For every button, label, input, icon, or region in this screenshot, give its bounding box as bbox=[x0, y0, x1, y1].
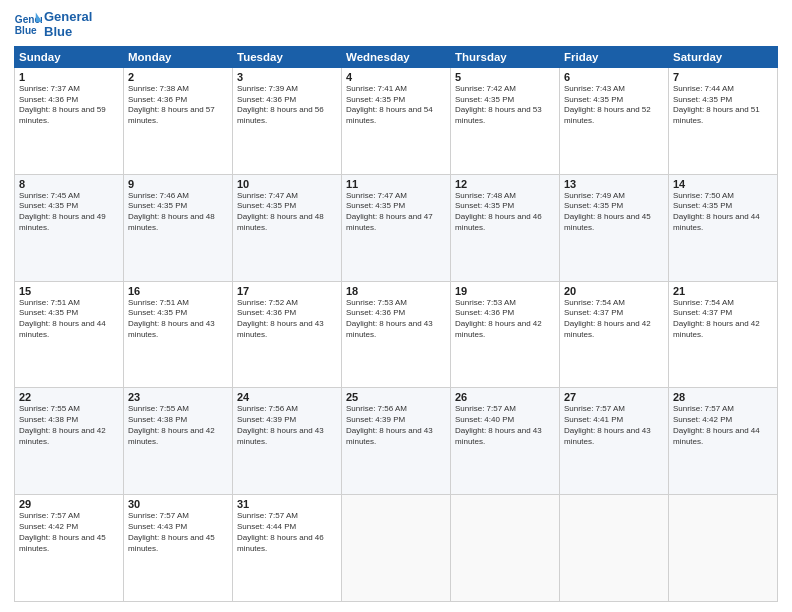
day-number: 31 bbox=[237, 498, 337, 510]
day-number: 10 bbox=[237, 178, 337, 190]
day-number: 20 bbox=[564, 285, 664, 297]
calendar-cell: 12 Sunrise: 7:48 AMSunset: 4:35 PMDaylig… bbox=[451, 174, 560, 281]
weekday-header-tuesday: Tuesday bbox=[233, 46, 342, 67]
day-number: 21 bbox=[673, 285, 773, 297]
day-number: 2 bbox=[128, 71, 228, 83]
calendar-cell: 6 Sunrise: 7:43 AMSunset: 4:35 PMDayligh… bbox=[560, 67, 669, 174]
calendar-cell: 27 Sunrise: 7:57 AMSunset: 4:41 PMDaylig… bbox=[560, 388, 669, 495]
calendar-table: SundayMondayTuesdayWednesdayThursdayFrid… bbox=[14, 46, 778, 602]
day-number: 16 bbox=[128, 285, 228, 297]
cell-content: Sunrise: 7:43 AMSunset: 4:35 PMDaylight:… bbox=[564, 84, 664, 127]
day-number: 8 bbox=[19, 178, 119, 190]
calendar-cell: 2 Sunrise: 7:38 AMSunset: 4:36 PMDayligh… bbox=[124, 67, 233, 174]
day-number: 22 bbox=[19, 391, 119, 403]
cell-content: Sunrise: 7:41 AMSunset: 4:35 PMDaylight:… bbox=[346, 84, 446, 127]
svg-text:Blue: Blue bbox=[15, 24, 37, 35]
cell-content: Sunrise: 7:37 AMSunset: 4:36 PMDaylight:… bbox=[19, 84, 119, 127]
weekday-header-sunday: Sunday bbox=[15, 46, 124, 67]
calendar-cell: 30 Sunrise: 7:57 AMSunset: 4:43 PMDaylig… bbox=[124, 495, 233, 602]
page: General Blue General Blue SundayMondayTu… bbox=[0, 0, 792, 612]
cell-content: Sunrise: 7:55 AMSunset: 4:38 PMDaylight:… bbox=[19, 404, 119, 447]
logo-icon: General Blue bbox=[14, 11, 42, 39]
cell-content: Sunrise: 7:57 AMSunset: 4:41 PMDaylight:… bbox=[564, 404, 664, 447]
week-row-2: 8 Sunrise: 7:45 AMSunset: 4:35 PMDayligh… bbox=[15, 174, 778, 281]
cell-content: Sunrise: 7:57 AMSunset: 4:44 PMDaylight:… bbox=[237, 511, 337, 554]
cell-content: Sunrise: 7:45 AMSunset: 4:35 PMDaylight:… bbox=[19, 191, 119, 234]
day-number: 24 bbox=[237, 391, 337, 403]
calendar-cell: 23 Sunrise: 7:55 AMSunset: 4:38 PMDaylig… bbox=[124, 388, 233, 495]
calendar-cell: 17 Sunrise: 7:52 AMSunset: 4:36 PMDaylig… bbox=[233, 281, 342, 388]
cell-content: Sunrise: 7:54 AMSunset: 4:37 PMDaylight:… bbox=[564, 298, 664, 341]
calendar-cell: 19 Sunrise: 7:53 AMSunset: 4:36 PMDaylig… bbox=[451, 281, 560, 388]
calendar-cell: 29 Sunrise: 7:57 AMSunset: 4:42 PMDaylig… bbox=[15, 495, 124, 602]
calendar-cell bbox=[451, 495, 560, 602]
calendar-cell: 9 Sunrise: 7:46 AMSunset: 4:35 PMDayligh… bbox=[124, 174, 233, 281]
calendar-cell: 1 Sunrise: 7:37 AMSunset: 4:36 PMDayligh… bbox=[15, 67, 124, 174]
calendar-cell: 4 Sunrise: 7:41 AMSunset: 4:35 PMDayligh… bbox=[342, 67, 451, 174]
cell-content: Sunrise: 7:51 AMSunset: 4:35 PMDaylight:… bbox=[19, 298, 119, 341]
cell-content: Sunrise: 7:56 AMSunset: 4:39 PMDaylight:… bbox=[237, 404, 337, 447]
cell-content: Sunrise: 7:57 AMSunset: 4:40 PMDaylight:… bbox=[455, 404, 555, 447]
header: General Blue General Blue bbox=[14, 10, 778, 40]
cell-content: Sunrise: 7:57 AMSunset: 4:43 PMDaylight:… bbox=[128, 511, 228, 554]
calendar-cell: 24 Sunrise: 7:56 AMSunset: 4:39 PMDaylig… bbox=[233, 388, 342, 495]
day-number: 27 bbox=[564, 391, 664, 403]
day-number: 23 bbox=[128, 391, 228, 403]
calendar-cell: 21 Sunrise: 7:54 AMSunset: 4:37 PMDaylig… bbox=[669, 281, 778, 388]
calendar-cell: 31 Sunrise: 7:57 AMSunset: 4:44 PMDaylig… bbox=[233, 495, 342, 602]
weekday-header-wednesday: Wednesday bbox=[342, 46, 451, 67]
day-number: 6 bbox=[564, 71, 664, 83]
calendar-cell: 7 Sunrise: 7:44 AMSunset: 4:35 PMDayligh… bbox=[669, 67, 778, 174]
day-number: 15 bbox=[19, 285, 119, 297]
cell-content: Sunrise: 7:38 AMSunset: 4:36 PMDaylight:… bbox=[128, 84, 228, 127]
day-number: 11 bbox=[346, 178, 446, 190]
cell-content: Sunrise: 7:48 AMSunset: 4:35 PMDaylight:… bbox=[455, 191, 555, 234]
cell-content: Sunrise: 7:47 AMSunset: 4:35 PMDaylight:… bbox=[346, 191, 446, 234]
day-number: 7 bbox=[673, 71, 773, 83]
cell-content: Sunrise: 7:57 AMSunset: 4:42 PMDaylight:… bbox=[19, 511, 119, 554]
cell-content: Sunrise: 7:47 AMSunset: 4:35 PMDaylight:… bbox=[237, 191, 337, 234]
week-row-3: 15 Sunrise: 7:51 AMSunset: 4:35 PMDaylig… bbox=[15, 281, 778, 388]
day-number: 18 bbox=[346, 285, 446, 297]
cell-content: Sunrise: 7:46 AMSunset: 4:35 PMDaylight:… bbox=[128, 191, 228, 234]
calendar-cell: 8 Sunrise: 7:45 AMSunset: 4:35 PMDayligh… bbox=[15, 174, 124, 281]
day-number: 19 bbox=[455, 285, 555, 297]
day-number: 1 bbox=[19, 71, 119, 83]
calendar-cell: 20 Sunrise: 7:54 AMSunset: 4:37 PMDaylig… bbox=[560, 281, 669, 388]
day-number: 17 bbox=[237, 285, 337, 297]
week-row-1: 1 Sunrise: 7:37 AMSunset: 4:36 PMDayligh… bbox=[15, 67, 778, 174]
logo: General Blue General Blue bbox=[14, 10, 92, 40]
calendar-cell: 10 Sunrise: 7:47 AMSunset: 4:35 PMDaylig… bbox=[233, 174, 342, 281]
cell-content: Sunrise: 7:53 AMSunset: 4:36 PMDaylight:… bbox=[346, 298, 446, 341]
calendar-cell: 13 Sunrise: 7:49 AMSunset: 4:35 PMDaylig… bbox=[560, 174, 669, 281]
day-number: 30 bbox=[128, 498, 228, 510]
calendar-cell: 25 Sunrise: 7:56 AMSunset: 4:39 PMDaylig… bbox=[342, 388, 451, 495]
cell-content: Sunrise: 7:51 AMSunset: 4:35 PMDaylight:… bbox=[128, 298, 228, 341]
day-number: 25 bbox=[346, 391, 446, 403]
day-number: 9 bbox=[128, 178, 228, 190]
cell-content: Sunrise: 7:44 AMSunset: 4:35 PMDaylight:… bbox=[673, 84, 773, 127]
cell-content: Sunrise: 7:57 AMSunset: 4:42 PMDaylight:… bbox=[673, 404, 773, 447]
cell-content: Sunrise: 7:42 AMSunset: 4:35 PMDaylight:… bbox=[455, 84, 555, 127]
weekday-header-row: SundayMondayTuesdayWednesdayThursdayFrid… bbox=[15, 46, 778, 67]
calendar-cell: 5 Sunrise: 7:42 AMSunset: 4:35 PMDayligh… bbox=[451, 67, 560, 174]
calendar-cell: 3 Sunrise: 7:39 AMSunset: 4:36 PMDayligh… bbox=[233, 67, 342, 174]
weekday-header-saturday: Saturday bbox=[669, 46, 778, 67]
cell-content: Sunrise: 7:53 AMSunset: 4:36 PMDaylight:… bbox=[455, 298, 555, 341]
calendar-cell: 14 Sunrise: 7:50 AMSunset: 4:35 PMDaylig… bbox=[669, 174, 778, 281]
calendar-cell: 16 Sunrise: 7:51 AMSunset: 4:35 PMDaylig… bbox=[124, 281, 233, 388]
week-row-5: 29 Sunrise: 7:57 AMSunset: 4:42 PMDaylig… bbox=[15, 495, 778, 602]
calendar-cell: 26 Sunrise: 7:57 AMSunset: 4:40 PMDaylig… bbox=[451, 388, 560, 495]
day-number: 14 bbox=[673, 178, 773, 190]
calendar-cell: 15 Sunrise: 7:51 AMSunset: 4:35 PMDaylig… bbox=[15, 281, 124, 388]
calendar-cell bbox=[342, 495, 451, 602]
day-number: 5 bbox=[455, 71, 555, 83]
day-number: 13 bbox=[564, 178, 664, 190]
day-number: 26 bbox=[455, 391, 555, 403]
logo-text: General Blue bbox=[44, 10, 92, 40]
calendar-cell bbox=[560, 495, 669, 602]
weekday-header-monday: Monday bbox=[124, 46, 233, 67]
calendar-cell: 28 Sunrise: 7:57 AMSunset: 4:42 PMDaylig… bbox=[669, 388, 778, 495]
day-number: 4 bbox=[346, 71, 446, 83]
day-number: 29 bbox=[19, 498, 119, 510]
